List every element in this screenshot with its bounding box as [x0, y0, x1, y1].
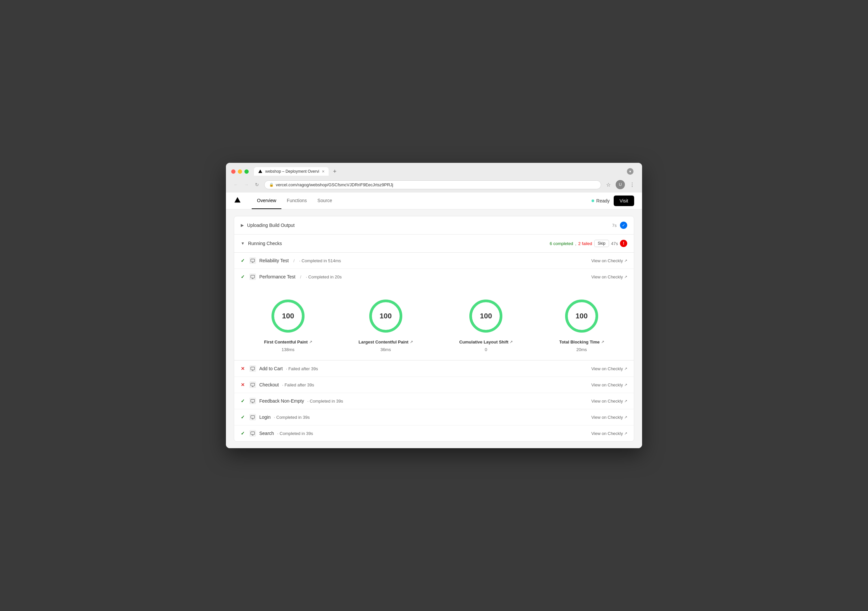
checkout-external-icon: ↗	[624, 383, 627, 387]
cls-label: Cumulative Layout Shift ↗	[459, 340, 513, 344]
add-to-cart-view-link[interactable]: View on Checkly ↗	[591, 366, 627, 371]
back-button[interactable]: ←	[231, 180, 240, 189]
running-checks-header: ▼ Running Checks 6 completed , 2 failed …	[234, 234, 634, 253]
search-view-text: View on Checkly	[591, 431, 623, 436]
login-view-link[interactable]: View on Checkly ↗	[591, 415, 627, 420]
search-external-icon: ↗	[624, 431, 627, 436]
skip-button[interactable]: Skip	[594, 240, 609, 247]
reliability-external-icon: ↗	[624, 259, 627, 263]
uploading-build-row: ▶ Uploading Build Output 7s ✓	[234, 216, 634, 234]
lcp-score: 100	[380, 312, 392, 320]
bookmark-icon[interactable]: ☆	[604, 180, 613, 189]
svg-rect-25	[251, 416, 255, 418]
add-to-cart-detail: · Failed after 39s	[286, 366, 318, 371]
tab-favicon	[258, 169, 263, 174]
search-detail: · Completed in 39s	[277, 431, 313, 436]
status-dot	[592, 200, 594, 202]
header-right: Ready Visit	[592, 195, 634, 206]
reload-button[interactable]: ↻	[252, 180, 262, 189]
address-bar: ← → ↻ 🔒 vercel.com/ragog/webshop/GSCfsmc…	[226, 179, 642, 192]
tab-overview[interactable]: Overview	[252, 192, 281, 209]
lcp-link-icon[interactable]: ↗	[410, 340, 413, 344]
performance-success-icon: ✓	[241, 274, 246, 279]
reliability-view-link[interactable]: View on Checkly ↗	[591, 258, 627, 263]
metric-tbt: 100 Total Blocking Time ↗ 20ms	[559, 298, 604, 352]
metrics-row: 100 First Contentful Paint ↗ 138ms	[234, 288, 634, 360]
cls-gauge: 100	[468, 298, 504, 334]
close-button[interactable]	[231, 169, 236, 174]
svg-marker-0	[258, 169, 262, 173]
app-header: Overview Functions Source Ready Visit	[226, 192, 642, 209]
tbt-gauge: 100	[563, 298, 600, 334]
performance-detail: · Completed in 20s	[306, 274, 341, 279]
svg-rect-5	[251, 275, 255, 278]
checkout-row: ✕ Checkout · Failed after 39s View on Ch…	[234, 377, 634, 393]
reliability-separator: /	[293, 258, 294, 263]
reliability-detail: · Completed in 514ms	[299, 258, 341, 263]
expand-icon[interactable]: ▶	[241, 223, 244, 228]
maximize-button[interactable]	[245, 169, 249, 174]
tab-functions[interactable]: Functions	[281, 192, 312, 209]
performance-view-link[interactable]: View on Checkly ↗	[591, 274, 627, 279]
search-view-link[interactable]: View on Checkly ↗	[591, 431, 627, 436]
profile-icon[interactable]: U	[616, 180, 625, 189]
failed-count: 2 failed	[578, 241, 592, 246]
nav-buttons: ← → ↻	[231, 180, 262, 189]
deployment-card: ▶ Uploading Build Output 7s ✓ ▼ Running …	[234, 216, 634, 442]
checks-collapse-icon[interactable]: ▼	[241, 241, 245, 246]
fcp-link-icon[interactable]: ↗	[309, 340, 312, 344]
browser-menu-icon[interactable]: ▼	[627, 168, 634, 175]
new-tab-button[interactable]: +	[330, 167, 339, 176]
tab-close-icon[interactable]: ✕	[322, 169, 325, 174]
browser-chrome: webshop – Deployment Overvi ✕ + ▼ ← → ↻ …	[226, 163, 642, 192]
completed-count: 6 completed	[550, 241, 573, 246]
lcp-value: 36ms	[380, 347, 391, 352]
svg-rect-19	[251, 383, 255, 386]
browser-actions: ☆ U ⋮	[604, 180, 637, 189]
build-time: 7s	[612, 223, 617, 228]
performance-test-section: ✓ Performance Test / · Completed in 20s …	[234, 269, 634, 361]
tab-title: webshop – Deployment Overvi	[265, 169, 319, 174]
svg-rect-28	[251, 432, 255, 434]
tbt-link-icon[interactable]: ↗	[601, 340, 604, 344]
feedback-row: ✓ Feedback Non-Empty · Completed in 39s …	[234, 393, 634, 409]
tbt-label: Total Blocking Time ↗	[559, 340, 604, 344]
login-success-icon: ✓	[241, 414, 246, 420]
checkout-view-text: View on Checkly	[591, 383, 623, 388]
fcp-gauge: 100	[270, 298, 306, 334]
checkout-fail-icon: ✕	[241, 382, 246, 388]
checkout-monitor-icon	[250, 381, 256, 388]
tbt-score: 100	[576, 312, 588, 320]
cls-link-icon[interactable]: ↗	[510, 340, 513, 344]
cls-value: 0	[485, 347, 487, 352]
checkout-view-link[interactable]: View on Checkly ↗	[591, 383, 627, 388]
search-name: Search	[259, 431, 274, 436]
login-external-icon: ↗	[624, 415, 627, 419]
add-to-cart-row: ✕ Add to Cart · Failed after 39s View on…	[234, 361, 634, 377]
forward-button[interactable]: →	[242, 180, 251, 189]
tab-source[interactable]: Source	[312, 192, 337, 209]
add-to-cart-name: Add to Cart	[259, 366, 283, 371]
login-view-text: View on Checkly	[591, 415, 623, 420]
checkout-detail: · Failed after 39s	[282, 383, 314, 388]
fcp-label: First Contentful Paint ↗	[264, 340, 312, 344]
feedback-monitor-icon	[250, 398, 256, 404]
metric-fcp: 100 First Contentful Paint ↗ 138ms	[264, 298, 312, 352]
svg-rect-2	[251, 259, 255, 262]
url-bar[interactable]: 🔒 vercel.com/ragog/webshop/GSCfsmcVJDRri…	[264, 180, 601, 189]
cls-score: 100	[480, 312, 492, 320]
build-meta: 7s ✓	[612, 222, 627, 229]
checkout-name: Checkout	[259, 382, 279, 388]
minimize-button[interactable]	[238, 169, 242, 174]
search-success-icon: ✓	[241, 431, 246, 436]
more-options-icon[interactable]: ⋮	[628, 180, 637, 189]
comma-separator: ,	[575, 241, 577, 246]
active-tab[interactable]: webshop – Deployment Overvi ✕	[254, 167, 329, 176]
add-to-cart-view-text: View on Checkly	[591, 366, 623, 371]
visit-button[interactable]: Visit	[614, 195, 634, 206]
reliability-success-icon: ✓	[241, 258, 246, 263]
performance-test-name: Performance Test	[259, 274, 295, 279]
feedback-view-link[interactable]: View on Checkly ↗	[591, 399, 627, 403]
status-indicator: Ready	[592, 198, 609, 203]
reliability-monitor-icon	[250, 257, 256, 264]
